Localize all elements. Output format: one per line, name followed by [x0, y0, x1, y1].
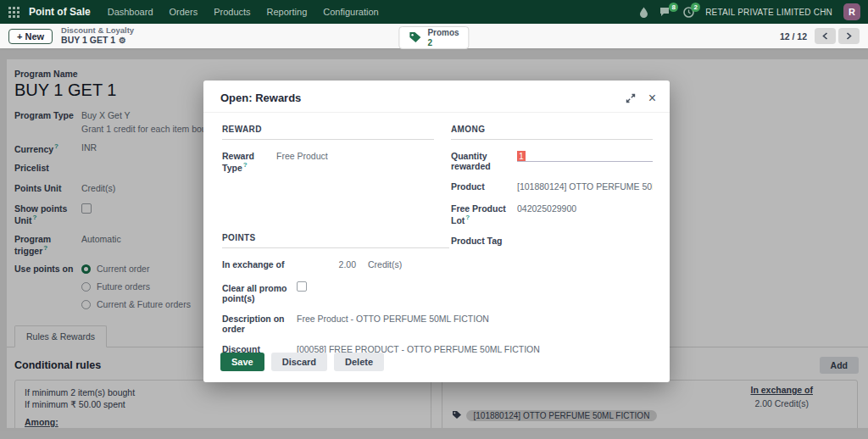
clear-promo-checkbox[interactable]: [297, 281, 307, 292]
discard-button[interactable]: Discard: [271, 353, 327, 371]
description-on-order-label: Description on order: [222, 314, 297, 334]
field-quantity-rewarded: Quantity rewarded 1: [451, 151, 653, 171]
apps-grid-icon[interactable]: [8, 7, 19, 18]
field-reward-type: Reward Type? Free Product: [222, 151, 434, 173]
field-in-exchange-of: In exchange of 2.00 Credit(s): [222, 259, 646, 271]
section-reward: REWARD: [222, 125, 434, 140]
field-clear-promo: Clear all promo point(s): [222, 281, 646, 303]
clear-promo-label: Clear all promo point(s): [222, 283, 297, 303]
menu-configuration[interactable]: Configuration: [323, 7, 378, 17]
promo-tag-icon: [409, 31, 421, 45]
help-question-icon: ?: [465, 214, 470, 221]
section-points: POINTS: [222, 233, 449, 248]
promos-stat-button[interactable]: Promos 2: [398, 26, 469, 49]
field-free-product-lot: Free Product Lot? 042025029900: [451, 203, 653, 225]
promos-label: Promos: [427, 28, 459, 38]
user-avatar[interactable]: R: [843, 3, 860, 20]
menu-dashboard[interactable]: Dashboard: [108, 7, 153, 17]
promos-count: 2: [427, 38, 459, 48]
description-on-order-value[interactable]: Free Product - OTTO PERFUME 50ML FICTION: [297, 314, 489, 324]
app-name[interactable]: Point of Sale: [29, 6, 91, 18]
reward-type-label: Reward Type?: [222, 151, 276, 173]
free-product-lot-label: Free Product Lot?: [451, 203, 517, 225]
save-button[interactable]: Save: [220, 353, 264, 371]
rewards-modal: Open: Rewards × REWARD Reward Type? Free…: [203, 81, 670, 382]
section-among: AMONG: [451, 125, 653, 140]
close-icon[interactable]: ×: [648, 92, 656, 104]
top-navbar: Point of Sale Dashboard Orders Products …: [0, 0, 868, 24]
new-button[interactable]: + New: [8, 29, 53, 44]
product-label: Product: [451, 181, 517, 192]
help-question-icon: ?: [243, 161, 248, 169]
quantity-rewarded-input[interactable]: 1: [517, 151, 653, 162]
pager-next-button[interactable]: [838, 28, 860, 44]
expand-icon[interactable]: [626, 93, 636, 103]
product-value[interactable]: [101880124] OTTO PERFUME 50ML FICTION: [517, 181, 653, 192]
menu-products[interactable]: Products: [214, 7, 250, 17]
modal-title: Open: Rewards: [220, 92, 301, 104]
control-panel: + New Discount & Loyalty BUY 1 GET 1 ⚙ P…: [0, 24, 868, 48]
quantity-rewarded-label: Quantity rewarded: [451, 151, 517, 171]
messages-icon[interactable]: 8: [659, 7, 672, 18]
selected-text: 1: [517, 151, 526, 161]
field-description-on-order: Description on order Free Product - OTTO…: [222, 314, 646, 334]
pager-count: 12 / 12: [780, 31, 807, 42]
company-name[interactable]: RETAIL PRIVATE LIMITED CHN: [705, 8, 832, 17]
pager: 12 / 12: [780, 28, 868, 44]
breadcrumb: Discount & Loyalty BUY 1 GET 1 ⚙: [61, 26, 134, 45]
menu-orders[interactable]: Orders: [170, 7, 198, 17]
in-exchange-of-unit: Credit(s): [368, 259, 402, 270]
activity-badge: 2: [691, 3, 700, 12]
breadcrumb-current: BUY 1 GET 1: [61, 36, 115, 46]
menu-reporting[interactable]: Reporting: [267, 7, 308, 17]
activity-clock-icon[interactable]: 2: [683, 7, 694, 18]
in-exchange-of-value[interactable]: 2.00: [297, 259, 356, 270]
pager-previous-button[interactable]: [815, 28, 836, 44]
action-gear-icon[interactable]: ⚙: [119, 36, 126, 45]
in-exchange-of-label: In exchange of: [222, 259, 297, 270]
reward-type-value[interactable]: Free Product: [276, 151, 328, 161]
messages-badge: 8: [669, 3, 678, 12]
droplet-icon[interactable]: [639, 7, 648, 18]
delete-button[interactable]: Delete: [334, 353, 384, 371]
field-product: Product [101880124] OTTO PERFUME 50ML FI…: [451, 181, 653, 193]
free-product-lot-value[interactable]: 042025029900: [517, 203, 576, 214]
